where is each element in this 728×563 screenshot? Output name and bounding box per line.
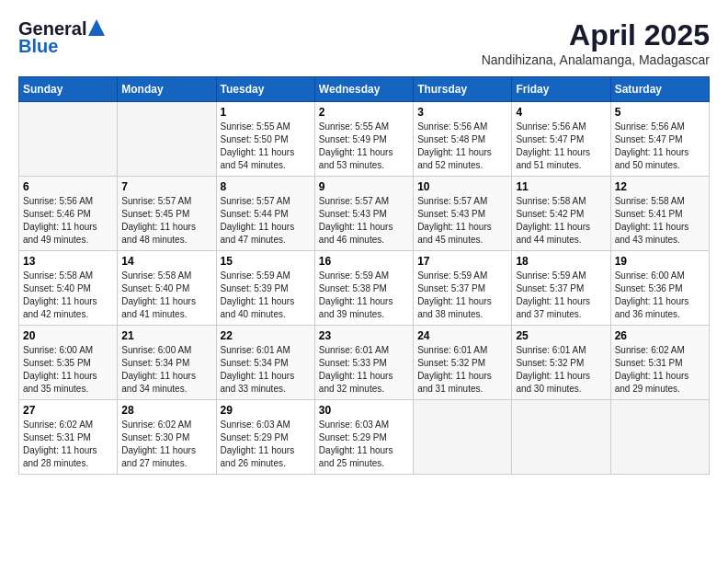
page-header: General Blue April 2025 Nandihizana, Ana… xyxy=(18,18,710,67)
calendar-cell: 21Sunrise: 6:00 AM Sunset: 5:34 PM Dayli… xyxy=(118,326,216,400)
day-number: 26 xyxy=(615,329,705,342)
calendar-cell: 13Sunrise: 5:58 AM Sunset: 5:40 PM Dayli… xyxy=(19,251,118,326)
calendar-cell xyxy=(19,102,118,177)
day-number: 20 xyxy=(23,329,113,342)
day-info: Sunrise: 6:01 AM Sunset: 5:32 PM Dayligh… xyxy=(417,344,507,396)
day-info: Sunrise: 6:03 AM Sunset: 5:29 PM Dayligh… xyxy=(319,419,409,470)
day-info: Sunrise: 6:01 AM Sunset: 5:32 PM Dayligh… xyxy=(516,344,606,396)
day-info: Sunrise: 5:56 AM Sunset: 5:46 PM Dayligh… xyxy=(23,195,113,247)
day-info: Sunrise: 5:59 AM Sunset: 5:38 PM Dayligh… xyxy=(319,270,409,321)
day-info: Sunrise: 5:57 AM Sunset: 5:45 PM Dayligh… xyxy=(121,195,211,247)
weekday-header-sunday: Sunday xyxy=(19,77,118,102)
day-number: 28 xyxy=(121,404,211,417)
day-info: Sunrise: 5:58 AM Sunset: 5:41 PM Dayligh… xyxy=(615,195,705,247)
day-number: 13 xyxy=(23,255,113,268)
calendar-cell: 25Sunrise: 6:01 AM Sunset: 5:32 PM Dayli… xyxy=(512,326,610,400)
day-number: 9 xyxy=(319,180,409,193)
day-info: Sunrise: 5:57 AM Sunset: 5:44 PM Dayligh… xyxy=(221,195,311,247)
month-title: April 2025 xyxy=(482,18,710,52)
calendar-cell: 26Sunrise: 6:02 AM Sunset: 5:31 PM Dayli… xyxy=(610,326,709,400)
calendar-cell: 5Sunrise: 5:56 AM Sunset: 5:47 PM Daylig… xyxy=(610,102,709,177)
weekday-header-friday: Friday xyxy=(512,77,610,102)
calendar-cell xyxy=(118,102,216,177)
calendar-cell: 10Sunrise: 5:57 AM Sunset: 5:43 PM Dayli… xyxy=(414,177,512,251)
calendar-cell: 17Sunrise: 5:59 AM Sunset: 5:37 PM Dayli… xyxy=(414,251,512,326)
day-info: Sunrise: 5:59 AM Sunset: 5:39 PM Dayligh… xyxy=(221,270,311,321)
day-info: Sunrise: 5:56 AM Sunset: 5:48 PM Dayligh… xyxy=(417,121,507,172)
calendar-cell: 18Sunrise: 5:59 AM Sunset: 5:37 PM Dayli… xyxy=(512,251,610,326)
day-number: 24 xyxy=(417,329,507,342)
calendar-cell: 4Sunrise: 5:56 AM Sunset: 5:47 PM Daylig… xyxy=(512,102,610,177)
calendar-cell: 19Sunrise: 6:00 AM Sunset: 5:36 PM Dayli… xyxy=(610,251,709,326)
calendar-cell: 2Sunrise: 5:55 AM Sunset: 5:49 PM Daylig… xyxy=(314,102,413,177)
day-number: 27 xyxy=(23,404,113,417)
day-number: 15 xyxy=(221,255,311,268)
weekday-header-tuesday: Tuesday xyxy=(216,77,314,102)
day-number: 19 xyxy=(615,255,705,268)
calendar-week-row: 6Sunrise: 5:56 AM Sunset: 5:46 PM Daylig… xyxy=(19,177,710,251)
day-info: Sunrise: 5:59 AM Sunset: 5:37 PM Dayligh… xyxy=(417,270,507,321)
day-number: 16 xyxy=(319,255,409,268)
calendar-cell: 7Sunrise: 5:57 AM Sunset: 5:45 PM Daylig… xyxy=(118,177,216,251)
day-info: Sunrise: 5:58 AM Sunset: 5:40 PM Dayligh… xyxy=(23,270,113,321)
calendar-cell: 14Sunrise: 5:58 AM Sunset: 5:40 PM Dayli… xyxy=(118,251,216,326)
day-number: 4 xyxy=(516,106,606,119)
day-info: Sunrise: 6:00 AM Sunset: 5:36 PM Dayligh… xyxy=(615,270,705,321)
day-number: 10 xyxy=(417,180,507,193)
day-info: Sunrise: 5:57 AM Sunset: 5:43 PM Dayligh… xyxy=(417,195,507,247)
day-info: Sunrise: 5:55 AM Sunset: 5:50 PM Dayligh… xyxy=(221,121,311,172)
svg-marker-0 xyxy=(88,19,105,36)
day-info: Sunrise: 6:00 AM Sunset: 5:35 PM Dayligh… xyxy=(23,344,113,396)
calendar-cell: 30Sunrise: 6:03 AM Sunset: 5:29 PM Dayli… xyxy=(314,400,413,475)
calendar-cell xyxy=(414,400,512,475)
location-title: Nandihizana, Analamanga, Madagascar xyxy=(482,52,710,67)
calendar-cell xyxy=(512,400,610,475)
title-block: April 2025 Nandihizana, Analamanga, Mada… xyxy=(482,18,710,67)
weekday-header-saturday: Saturday xyxy=(610,77,709,102)
day-info: Sunrise: 5:56 AM Sunset: 5:47 PM Dayligh… xyxy=(615,121,705,172)
day-number: 29 xyxy=(221,404,311,417)
logo: General Blue xyxy=(18,18,105,57)
calendar-cell: 16Sunrise: 5:59 AM Sunset: 5:38 PM Dayli… xyxy=(314,251,413,326)
logo-blue-text: Blue xyxy=(18,36,58,57)
day-info: Sunrise: 6:01 AM Sunset: 5:33 PM Dayligh… xyxy=(319,344,409,396)
calendar-cell: 9Sunrise: 5:57 AM Sunset: 5:43 PM Daylig… xyxy=(314,177,413,251)
day-number: 8 xyxy=(221,180,311,193)
day-number: 5 xyxy=(615,106,705,119)
day-number: 7 xyxy=(121,180,211,193)
calendar-cell: 8Sunrise: 5:57 AM Sunset: 5:44 PM Daylig… xyxy=(216,177,314,251)
day-info: Sunrise: 6:02 AM Sunset: 5:30 PM Dayligh… xyxy=(121,419,211,470)
day-number: 2 xyxy=(319,106,409,119)
day-number: 25 xyxy=(516,329,606,342)
calendar-cell: 1Sunrise: 5:55 AM Sunset: 5:50 PM Daylig… xyxy=(216,102,314,177)
weekday-header-monday: Monday xyxy=(118,77,216,102)
calendar-cell: 12Sunrise: 5:58 AM Sunset: 5:41 PM Dayli… xyxy=(610,177,709,251)
day-info: Sunrise: 6:02 AM Sunset: 5:31 PM Dayligh… xyxy=(615,344,705,396)
calendar-week-row: 20Sunrise: 6:00 AM Sunset: 5:35 PM Dayli… xyxy=(19,326,710,400)
logo-triangle-icon xyxy=(88,19,105,36)
calendar-cell: 23Sunrise: 6:01 AM Sunset: 5:33 PM Dayli… xyxy=(314,326,413,400)
weekday-header-thursday: Thursday xyxy=(414,77,512,102)
day-number: 12 xyxy=(615,180,705,193)
day-number: 18 xyxy=(516,255,606,268)
day-number: 30 xyxy=(319,404,409,417)
calendar-cell xyxy=(610,400,709,475)
calendar-table: SundayMondayTuesdayWednesdayThursdayFrid… xyxy=(18,76,710,475)
day-number: 21 xyxy=(121,329,211,342)
day-info: Sunrise: 6:03 AM Sunset: 5:29 PM Dayligh… xyxy=(221,419,311,470)
day-info: Sunrise: 5:58 AM Sunset: 5:40 PM Dayligh… xyxy=(121,270,211,321)
day-number: 11 xyxy=(516,180,606,193)
calendar-cell: 15Sunrise: 5:59 AM Sunset: 5:39 PM Dayli… xyxy=(216,251,314,326)
day-number: 3 xyxy=(417,106,507,119)
calendar-cell: 28Sunrise: 6:02 AM Sunset: 5:30 PM Dayli… xyxy=(118,400,216,475)
weekday-header-wednesday: Wednesday xyxy=(314,77,413,102)
calendar-header-row: SundayMondayTuesdayWednesdayThursdayFrid… xyxy=(19,77,710,102)
day-info: Sunrise: 6:00 AM Sunset: 5:34 PM Dayligh… xyxy=(121,344,211,396)
calendar-cell: 6Sunrise: 5:56 AM Sunset: 5:46 PM Daylig… xyxy=(19,177,118,251)
day-info: Sunrise: 5:58 AM Sunset: 5:42 PM Dayligh… xyxy=(516,195,606,247)
day-info: Sunrise: 5:56 AM Sunset: 5:47 PM Dayligh… xyxy=(516,121,606,172)
calendar-cell: 11Sunrise: 5:58 AM Sunset: 5:42 PM Dayli… xyxy=(512,177,610,251)
day-number: 6 xyxy=(23,180,113,193)
day-info: Sunrise: 5:57 AM Sunset: 5:43 PM Dayligh… xyxy=(319,195,409,247)
day-number: 1 xyxy=(221,106,311,119)
